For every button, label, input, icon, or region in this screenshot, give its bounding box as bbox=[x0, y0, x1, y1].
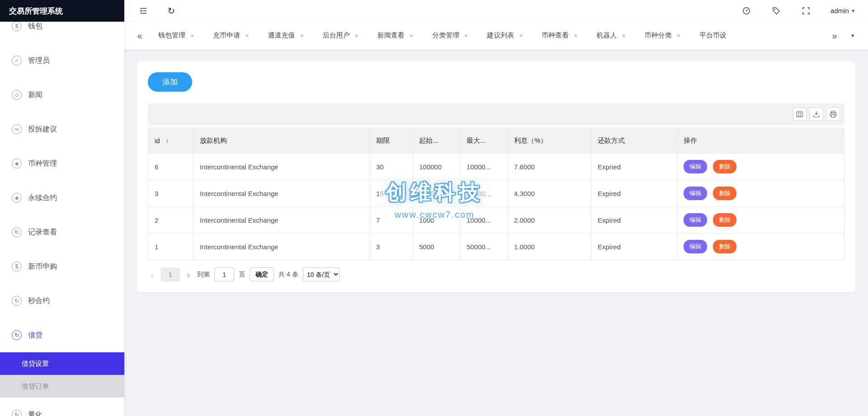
close-icon[interactable]: × bbox=[574, 33, 577, 39]
collapse-sidebar-button[interactable] bbox=[138, 5, 149, 16]
table-toolbar bbox=[148, 103, 844, 125]
sidebar-subitem-lending-settings[interactable]: 借贷设置 bbox=[0, 352, 124, 375]
refresh-button[interactable]: ↻ bbox=[166, 5, 177, 16]
tab-suggestion-list[interactable]: 建议列表 × bbox=[477, 22, 532, 49]
cell-id: 2 bbox=[148, 207, 193, 234]
cell-ops: 编辑 删除 bbox=[677, 234, 844, 260]
refresh-icon: ↻ bbox=[168, 6, 175, 15]
edit-button[interactable]: 编辑 bbox=[684, 160, 707, 173]
fullscreen-button[interactable] bbox=[801, 5, 811, 16]
print-button[interactable] bbox=[826, 108, 840, 121]
add-button[interactable]: 添加 bbox=[148, 72, 192, 92]
cell-org: Intercontinental Exchange bbox=[193, 207, 370, 234]
tabs-scroll-left-button[interactable]: « bbox=[131, 31, 149, 40]
edit-button[interactable]: 编辑 bbox=[684, 187, 707, 200]
sidebar-item-new-coin[interactable]: $ 新币申购 bbox=[0, 249, 124, 284]
columns-toggle-button[interactable] bbox=[793, 108, 807, 121]
sidebar-item-wallet[interactable]: $ 钱包 bbox=[0, 22, 124, 43]
sidebar-menu: $ 钱包 ✓ 管理员 ◇ 新闻 ∞ 投拆建议 ◈ 币种管理 ◈ 永续合约 bbox=[0, 22, 124, 416]
goto-page-input[interactable] bbox=[214, 267, 234, 281]
sidebar: $ 钱包 ✓ 管理员 ◇ 新闻 ∞ 投拆建议 ◈ 币种管理 ◈ 永续合约 bbox=[0, 22, 124, 416]
chevron-double-right-icon: » bbox=[832, 31, 837, 41]
tab-deposit-request[interactable]: 充币申请 × bbox=[203, 22, 258, 49]
history-icon: ↻ bbox=[12, 227, 22, 237]
close-icon[interactable]: × bbox=[464, 33, 468, 39]
cell-term: 30 bbox=[370, 154, 413, 180]
close-icon[interactable]: × bbox=[677, 33, 680, 39]
delete-button[interactable]: 删除 bbox=[713, 160, 736, 173]
close-icon[interactable]: × bbox=[410, 33, 413, 39]
tab-label: 钱包管理 bbox=[158, 31, 185, 40]
tabs-dropdown-button[interactable]: ▾ bbox=[844, 32, 862, 39]
cell-start: 1000 bbox=[413, 207, 460, 234]
tab-channel-deposit[interactable]: 通道充值 × bbox=[258, 22, 313, 49]
sidebar-item-admin[interactable]: ✓ 管理员 bbox=[0, 43, 124, 78]
gem-icon: ◈ bbox=[12, 159, 22, 168]
tab-category-mgmt[interactable]: 分类管理 × bbox=[423, 22, 477, 49]
delete-button[interactable]: 删除 bbox=[713, 187, 736, 200]
page-number-button[interactable]: 1 bbox=[161, 268, 180, 281]
export-button[interactable] bbox=[810, 108, 823, 121]
user-name: admin bbox=[830, 7, 849, 14]
cell-interest: 1.0000 bbox=[508, 234, 591, 260]
tab-wallet-mgmt[interactable]: 钱包管理 × bbox=[149, 22, 203, 49]
close-icon[interactable]: × bbox=[622, 33, 626, 39]
cell-interest: 4.3000 bbox=[508, 180, 591, 207]
tab-label: 分类管理 bbox=[432, 31, 459, 40]
sidebar-item-seconds-contract[interactable]: ↻ 秒合约 bbox=[0, 284, 124, 318]
table-row: 1 Intercontinental Exchange 3 5000 50000… bbox=[148, 234, 844, 260]
tab-platform-coin[interactable]: 平台币设 bbox=[690, 22, 736, 49]
next-page-button[interactable]: › bbox=[184, 270, 193, 279]
table-row: 3 Intercontinental Exchange 15 10000 100… bbox=[148, 180, 844, 207]
sort-icon[interactable]: ▲ ▼ bbox=[165, 139, 169, 144]
sidebar-item-label: 新币申购 bbox=[28, 262, 57, 271]
sidebar-item-perpetual[interactable]: ◈ 永续合约 bbox=[0, 181, 124, 215]
sidebar-item-coin-mgmt[interactable]: ◈ 币种管理 bbox=[0, 146, 124, 181]
close-icon[interactable]: × bbox=[355, 33, 359, 39]
column-header-start: 起始... bbox=[413, 128, 460, 154]
close-icon[interactable]: × bbox=[245, 33, 249, 39]
sidebar-item-lending[interactable]: ↻ 借贷 bbox=[0, 318, 124, 352]
edit-button[interactable]: 编辑 bbox=[684, 213, 707, 227]
delete-button[interactable]: 删除 bbox=[713, 240, 736, 253]
close-icon[interactable]: × bbox=[519, 33, 523, 39]
wallet-icon: $ bbox=[12, 22, 22, 31]
sidebar-item-quant[interactable]: ↻ 量化 bbox=[0, 397, 124, 416]
sidebar-item-news[interactable]: ◇ 新闻 bbox=[0, 78, 124, 112]
main-content: 添加 bbox=[124, 50, 868, 416]
cell-term: 15 bbox=[370, 180, 413, 207]
tab-label: 后台用户 bbox=[323, 31, 350, 40]
user-menu[interactable]: admin ▾ bbox=[830, 7, 854, 14]
confirm-button[interactable]: 确定 bbox=[250, 267, 274, 281]
tab-backend-users[interactable]: 后台用户 × bbox=[313, 22, 368, 49]
goto-label: 到第 bbox=[197, 271, 210, 279]
badge-check-icon: ✓ bbox=[12, 56, 22, 65]
close-icon[interactable]: × bbox=[300, 33, 303, 39]
column-header-id[interactable]: id ▲ ▼ bbox=[148, 128, 193, 154]
table-row: 2 Intercontinental Exchange 7 1000 10000… bbox=[148, 207, 844, 234]
tag-outline-icon: ◇ bbox=[12, 90, 22, 100]
print-icon bbox=[830, 111, 837, 118]
tab-news-view[interactable]: 新闻查看 × bbox=[368, 22, 423, 49]
delete-button[interactable]: 删除 bbox=[713, 213, 736, 227]
tabs-scroll-right-button[interactable]: » bbox=[826, 31, 844, 40]
tab-label: 充币申请 bbox=[213, 31, 240, 40]
tab-coin-view[interactable]: 币种查看 × bbox=[532, 22, 587, 49]
edit-button[interactable]: 编辑 bbox=[684, 240, 707, 253]
sidebar-subitem-label: 借贷设置 bbox=[22, 360, 49, 368]
close-icon[interactable]: × bbox=[190, 33, 194, 39]
total-count: 共 4 条 bbox=[278, 271, 298, 279]
sidebar-item-suggestions[interactable]: ∞ 投拆建议 bbox=[0, 112, 124, 146]
prev-page-button[interactable]: ‹ bbox=[148, 270, 156, 279]
cell-interest: 7.6000 bbox=[508, 154, 591, 180]
column-label: id bbox=[155, 137, 160, 145]
app-window: 交易所管理系统 ↻ bbox=[0, 0, 868, 416]
cell-id: 1 bbox=[148, 234, 193, 260]
tab-robot[interactable]: 机器人 × bbox=[587, 22, 635, 49]
dashboard-button[interactable] bbox=[741, 5, 752, 16]
sidebar-subitem-lending-orders[interactable]: 借贷订单 bbox=[0, 375, 124, 397]
page-size-select[interactable]: 10 条/页 bbox=[303, 267, 340, 281]
tab-coin-category[interactable]: 币种分类 × bbox=[635, 22, 690, 49]
sidebar-item-records[interactable]: ↻ 记录查看 bbox=[0, 215, 124, 249]
tag-button[interactable] bbox=[771, 5, 782, 16]
